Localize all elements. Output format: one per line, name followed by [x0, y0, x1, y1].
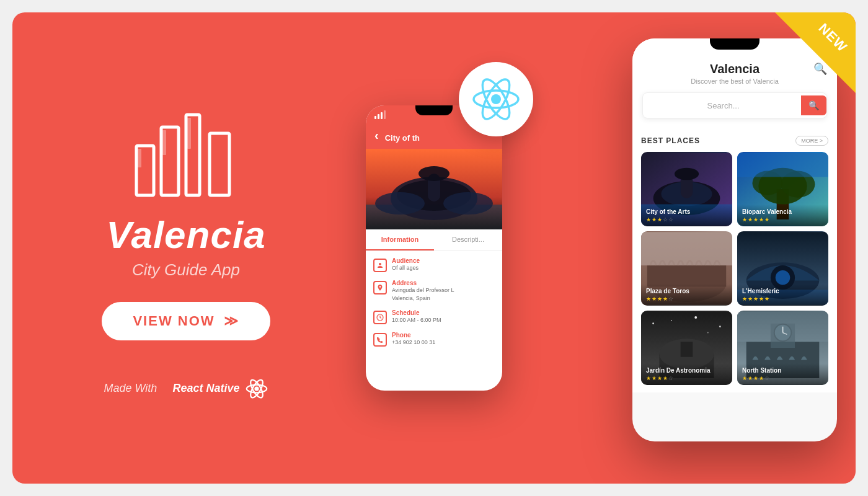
info-schedule: Schedule 10:00 AM - 6:00 PM	[373, 309, 495, 324]
svg-point-21	[375, 192, 425, 215]
address-value: Avinguda del Professor LValencia, Spain	[392, 286, 454, 302]
place-overlay-plaza: Plaza de Toros ★★★★☆	[641, 284, 732, 306]
right-section: ‹ City of th	[360, 12, 856, 484]
react-native-label: React Native	[172, 382, 239, 395]
more-button[interactable]: MORE >	[795, 136, 828, 146]
place-name-jardin: Jardín De Astronomia	[646, 367, 727, 374]
schedule-label: Schedule	[392, 309, 441, 316]
phone-front-body: BEST PLACES MORE >	[632, 128, 837, 392]
tab-description[interactable]: Descripti...	[434, 229, 502, 250]
svg-point-53	[707, 332, 709, 334]
app-subtitle: City Guide App	[132, 260, 240, 280]
main-banner: NEW Valencia City Guide App VIEW NOW ≫ M…	[12, 12, 856, 484]
audience-value: Of all ages	[392, 264, 420, 272]
place-name-bioparc: Bioparc Valencia	[742, 208, 823, 215]
place-card-bioparc[interactable]: Bioparc Valencia ★★★★★	[737, 152, 828, 226]
svg-rect-39	[641, 232, 732, 265]
view-now-label: VIEW NOW	[133, 313, 215, 329]
svg-rect-60	[737, 311, 828, 342]
search-button[interactable]: 🔍	[801, 95, 826, 115]
address-label: Address	[392, 280, 454, 286]
section-header: BEST PLACES MORE >	[641, 136, 828, 146]
places-grid: City of the Arts ★★★☆☆	[641, 152, 828, 385]
place-stars-jardin: ★★★★☆	[646, 375, 727, 381]
made-with-text: Made With React Native	[104, 378, 268, 400]
search-icon-top[interactable]: 🔍	[813, 62, 827, 76]
place-stars-north-station: ★★★★☆	[742, 375, 823, 381]
place-overlay-city-arts: City of the Arts ★★★☆☆	[641, 205, 732, 226]
phone-content: Phone +34 902 10 00 31	[392, 332, 435, 347]
svg-point-11	[491, 94, 501, 104]
phone-back-tabs: Information Descripti...	[366, 229, 502, 251]
place-name-hemispheric: L'Hemisferic	[742, 288, 823, 294]
schedule-content: Schedule 10:00 AM - 6:00 PM	[392, 309, 441, 324]
place-name-plaza: Plaza de Toros	[646, 288, 727, 294]
audience-icon	[373, 259, 387, 272]
place-card-city-arts[interactable]: City of the Arts ★★★☆☆	[641, 152, 732, 226]
svg-point-28	[675, 168, 699, 180]
back-arrow-icon[interactable]: ‹	[374, 128, 379, 143]
place-name-city-arts: City of the Arts	[646, 208, 727, 215]
clock-icon	[373, 311, 387, 324]
search-input[interactable]: Search...	[650, 95, 796, 117]
phone-front-notch	[710, 38, 760, 50]
svg-rect-3	[210, 133, 229, 195]
place-overlay-north-station: North Station ★★★★☆	[737, 363, 828, 385]
schedule-value: 10:00 AM - 6:00 PM	[392, 316, 441, 324]
phone-back: ‹ City of th	[366, 105, 502, 391]
place-card-plaza[interactable]: Plaza de Toros ★★★★☆	[641, 231, 732, 306]
svg-rect-35	[737, 153, 828, 177]
svg-point-7	[255, 386, 259, 391]
svg-point-20	[418, 166, 450, 181]
city-name: Valencia	[642, 62, 827, 76]
view-now-button[interactable]: VIEW NOW ≫	[102, 302, 270, 340]
city-subtitle-text: Discover the best of Valencia	[642, 78, 827, 85]
place-card-north-station[interactable]: North Station ★★★★☆	[737, 311, 828, 385]
react-circle-logo	[459, 62, 533, 136]
place-stars-bioparc: ★★★★★	[742, 216, 823, 223]
react-logo-icon	[471, 74, 521, 124]
signal-bars-icon	[374, 110, 386, 119]
place-overlay-bioparc: Bioparc Valencia ★★★★★	[737, 205, 828, 226]
svg-rect-4	[138, 149, 141, 167]
app-title: Valencia	[106, 214, 265, 256]
svg-point-49	[652, 322, 654, 324]
made-with-prefix: Made With	[104, 382, 157, 395]
audience-content: Audience Of all ages	[392, 257, 420, 272]
place-name-north-station: North Station	[742, 367, 823, 374]
phone-front: 🔍 Valencia Discover the best of Valencia…	[632, 38, 837, 441]
phone-back-info: Audience Of all ages Address Avinguda de…	[366, 251, 502, 360]
address-content: Address Avinguda del Professor LValencia…	[392, 280, 454, 302]
place-stars-hemispheric: ★★★★★	[742, 296, 823, 302]
place-stars-plaza: ★★★★☆	[646, 296, 727, 302]
info-phone: Phone +34 902 10 00 31	[373, 332, 495, 347]
place-stars-city-arts: ★★★☆☆	[646, 216, 727, 223]
left-section: Valencia City Guide App VIEW NOW ≫ Made …	[12, 71, 360, 424]
svg-point-43	[776, 270, 790, 285]
svg-point-52	[719, 326, 721, 327]
place-card-jardin[interactable]: Jardín De Astronomia ★★★★☆	[641, 311, 732, 385]
place-detail-image	[366, 149, 502, 229]
react-native-icon	[246, 378, 268, 400]
location-icon	[373, 281, 387, 294]
phone-front-top: 🔍 Valencia Discover the best of Valencia…	[632, 56, 837, 128]
tab-information[interactable]: Information	[366, 229, 434, 250]
chevrons-icon: ≫	[224, 313, 239, 329]
phone-value: +34 902 10 00 31	[392, 339, 435, 347]
info-address: Address Avinguda del Professor LValencia…	[373, 280, 495, 302]
section-title: BEST PLACES	[641, 136, 700, 145]
place-card-hemispheric[interactable]: L'Hemisferic ★★★★★	[737, 231, 828, 306]
svg-rect-6	[187, 118, 191, 149]
place-overlay-hemispheric: L'Hemisferic ★★★★★	[737, 284, 828, 306]
svg-point-50	[671, 320, 672, 321]
city-logo-icon	[118, 96, 254, 208]
phone-back-title: City of th	[385, 133, 420, 143]
svg-rect-5	[162, 130, 166, 155]
place-overlay-jardin: Jardín De Astronomia ★★★★☆	[641, 363, 732, 385]
svg-rect-48	[681, 342, 693, 357]
info-audience: Audience Of all ages	[373, 257, 495, 272]
phone-icon	[373, 333, 387, 347]
search-bar: Search... 🔍	[642, 92, 827, 118]
svg-point-51	[694, 316, 697, 319]
phone-back-notch	[415, 105, 453, 115]
